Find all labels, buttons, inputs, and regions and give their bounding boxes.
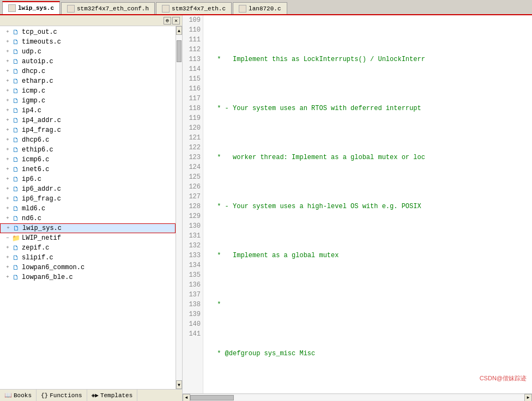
file-ip6-addr[interactable]: + 🗋 ip6_addr.c bbox=[0, 184, 176, 194]
scroll-down-arrow[interactable]: ▼ bbox=[176, 380, 182, 389]
code-line-115: * @defgroup sys_misc Misc bbox=[207, 349, 532, 359]
tab-bar: lwip_sys.c stm32f4x7_eth_conf.h stm32f4x… bbox=[0, 0, 532, 15]
file-icmp6[interactable]: + 🗋 icmp6.c bbox=[0, 155, 176, 165]
code-line-114: * bbox=[207, 300, 532, 309]
close-sidebar-button[interactable]: ✕ bbox=[172, 17, 180, 25]
expand-icon: + bbox=[4, 48, 11, 55]
c-file-icon: 🗋 bbox=[13, 224, 20, 232]
horizontal-scrollbar[interactable]: ◄ ► bbox=[183, 393, 532, 401]
file-timeouts[interactable]: + 🗋 timeouts.c bbox=[0, 37, 176, 47]
expand-icon: + bbox=[4, 254, 11, 261]
c-file-icon: 🗋 bbox=[12, 136, 20, 144]
file-ip6-frag[interactable]: + 🗋 ip6_frag.c bbox=[0, 194, 176, 204]
file-igmp[interactable]: + 🗋 igmp.c bbox=[0, 96, 176, 106]
file-lwip-sys[interactable]: + 🗋 lwip_sys.c bbox=[0, 223, 176, 233]
expand-icon: + bbox=[4, 29, 11, 35]
hscroll-track[interactable] bbox=[190, 395, 524, 400]
file-lowpan6-ble[interactable]: + 🗋 lowpan6_ble.c bbox=[0, 272, 176, 282]
expand-icon: + bbox=[4, 39, 11, 45]
scroll-right-arrow[interactable]: ► bbox=[524, 394, 532, 402]
file-mld6[interactable]: + 🗋 mld6.c bbox=[0, 204, 176, 214]
file-autoip[interactable]: + 🗋 autoip.c bbox=[0, 57, 176, 66]
c-file-icon: 🗋 bbox=[12, 146, 20, 154]
file-lowpan6-common[interactable]: + 🗋 lowpan6_common.c bbox=[0, 263, 176, 272]
file-ip4[interactable]: + 🗋 ip4.c bbox=[0, 106, 176, 116]
scroll-left-arrow[interactable]: ◄ bbox=[183, 394, 190, 402]
file-tcp-out[interactable]: + 🗋 tcp_out.c bbox=[0, 27, 176, 37]
c-file-icon: 🗋 bbox=[12, 195, 20, 203]
c-file-icon: 🗋 bbox=[12, 175, 20, 183]
expand-icon: + bbox=[4, 215, 11, 222]
code-content: 109 110 111 112 113 114 115 116 117 118 … bbox=[183, 15, 532, 393]
expand-icon: + bbox=[4, 166, 11, 173]
code-lines[interactable]: * Implement this as LockInterrupts() / U… bbox=[203, 15, 532, 393]
functions-tab[interactable]: {} Functions bbox=[37, 390, 87, 401]
file-slipif[interactable]: + 🗋 slipif.c bbox=[0, 253, 176, 263]
expand-icon: + bbox=[4, 274, 11, 281]
books-tab[interactable]: 📖 Books bbox=[0, 390, 37, 401]
pin-button[interactable]: ⊕ bbox=[164, 17, 171, 25]
file-inet6[interactable]: + 🗋 inet6.c bbox=[0, 165, 176, 174]
sidebar-header: ⊕ ✕ bbox=[0, 15, 182, 26]
file-dhcp[interactable]: + 🗋 dhcp.c bbox=[0, 66, 176, 76]
sidebar: ⊕ ✕ + 🗋 tcp_out.c + 🗋 timeouts.c + 🗋 bbox=[0, 15, 183, 401]
sidebar-bottom-tabs: 📖 Books {} Functions ◈▶ Templates bbox=[0, 389, 182, 401]
expand-icon: + bbox=[4, 117, 11, 124]
c-file-icon-2 bbox=[162, 5, 170, 13]
expand-icon: + bbox=[4, 264, 11, 271]
expand-icon: + bbox=[4, 68, 11, 75]
code-scroll[interactable]: 109 110 111 112 113 114 115 116 117 118 … bbox=[183, 15, 532, 393]
expand-icon: + bbox=[4, 58, 11, 65]
scroll-thumb[interactable] bbox=[177, 40, 182, 62]
file-ip6[interactable]: + 🗋 ip6.c bbox=[0, 174, 176, 184]
expand-icon: + bbox=[4, 107, 11, 114]
c-file-icon: 🗋 bbox=[12, 68, 20, 75]
c-file-icon: 🗋 bbox=[12, 264, 20, 271]
expand-icon: + bbox=[4, 186, 11, 192]
file-ip4-frag[interactable]: + 🗋 ip4_frag.c bbox=[0, 125, 176, 135]
code-line-113: * Implement as a global mutex bbox=[207, 251, 532, 260]
templates-tab[interactable]: ◈▶ Templates bbox=[87, 390, 138, 401]
file-dhcp6[interactable]: + 🗋 dhcp6.c bbox=[0, 135, 176, 145]
tab-lwip-sys-c[interactable]: lwip_sys.c bbox=[2, 1, 60, 14]
expand-icon: + bbox=[4, 196, 11, 202]
line-numbers: 109 110 111 112 113 114 115 116 117 118 … bbox=[183, 15, 203, 393]
c-file-icon: 🗋 bbox=[12, 77, 20, 85]
folder-lwip-netif[interactable]: − 📁 LWIP_netif bbox=[0, 233, 176, 243]
tab-stm32-eth-conf-h[interactable]: stm32f4x7_eth_conf.h bbox=[61, 2, 155, 14]
code-line-112: * - Your system uses a high-level OS wit… bbox=[207, 202, 532, 211]
editor-area: 109 110 111 112 113 114 115 116 117 118 … bbox=[183, 15, 532, 401]
c-file-icon: 🗋 bbox=[12, 274, 20, 281]
file-udp[interactable]: + 🗋 udp.c bbox=[0, 47, 176, 57]
expand-icon: + bbox=[5, 225, 11, 232]
file-etharp[interactable]: + 🗋 etharp.c bbox=[0, 76, 176, 86]
c-file-icon: 🗋 bbox=[12, 58, 20, 65]
sidebar-scrollbar[interactable]: ▲ ▼ bbox=[176, 26, 182, 389]
file-nd6[interactable]: + 🗋 nd6.c bbox=[0, 214, 176, 223]
expand-icon: + bbox=[4, 88, 11, 94]
expand-icon: + bbox=[4, 245, 11, 251]
expand-icon: + bbox=[4, 137, 11, 143]
c-file-icon: 🗋 bbox=[12, 87, 20, 95]
c-file-icon: 🗋 bbox=[12, 97, 20, 105]
scroll-track[interactable] bbox=[176, 35, 182, 380]
file-icmp[interactable]: + 🗋 icmp.c bbox=[0, 86, 176, 96]
c-file-icon: 🗋 bbox=[12, 215, 20, 222]
c-file-icon: 🗋 bbox=[12, 185, 20, 193]
tab-stm32-eth-c[interactable]: stm32f4x7_eth.c bbox=[156, 2, 232, 14]
c-file-icon: 🗋 bbox=[12, 166, 20, 173]
expand-icon: + bbox=[4, 127, 11, 133]
file-ip4-addr[interactable]: + 🗋 ip4_addr.c bbox=[0, 116, 176, 125]
main-area: ⊕ ✕ + 🗋 tcp_out.c + 🗋 timeouts.c + 🗋 bbox=[0, 15, 532, 401]
books-icon: 📖 bbox=[4, 392, 12, 399]
folder-icon: 📁 bbox=[12, 234, 20, 242]
file-ethip6[interactable]: + 🗋 ethip6.c bbox=[0, 145, 176, 155]
expand-icon: + bbox=[4, 98, 11, 104]
tab-lan8720-c[interactable]: lan8720.c bbox=[233, 2, 287, 14]
code-line-109: * Implement this as LockInterrupts() / U… bbox=[207, 54, 532, 64]
hscroll-thumb[interactable] bbox=[190, 395, 234, 400]
scroll-up-arrow[interactable]: ▲ bbox=[176, 26, 182, 35]
file-zepif[interactable]: + 🗋 zepif.c bbox=[0, 243, 176, 253]
c-file-icon bbox=[8, 4, 16, 12]
c-file-icon: 🗋 bbox=[12, 107, 20, 114]
